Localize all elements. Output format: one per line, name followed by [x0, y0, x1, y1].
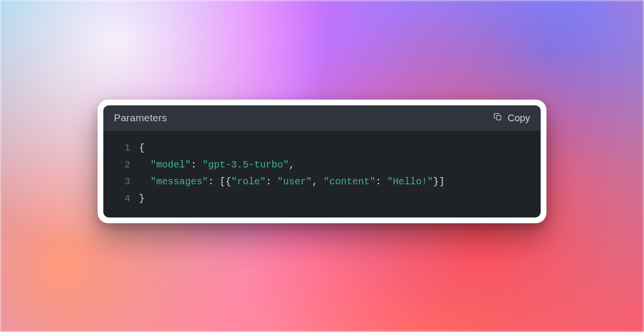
code-token: "Hello!"	[387, 176, 433, 187]
code-token: ,	[289, 159, 295, 170]
panel-header: Parameters Copy	[103, 105, 541, 131]
copy-button[interactable]: Copy	[493, 112, 530, 124]
line-number: 2	[114, 156, 130, 173]
code-line: 2 "model": "gpt-3.5-turbo",	[114, 156, 530, 173]
code-card: Parameters Copy 1{2 "model": "gpt-3.5-tu…	[98, 100, 546, 223]
code-token: [{	[220, 176, 231, 187]
code-token: }	[139, 193, 145, 204]
code-token	[139, 176, 150, 187]
line-number: 4	[114, 190, 130, 207]
code-line: 1{	[114, 140, 530, 156]
code-token: :	[191, 159, 202, 170]
panel-title: Parameters	[114, 112, 167, 124]
code-token: "role"	[231, 176, 266, 187]
code-panel: Parameters Copy 1{2 "model": "gpt-3.5-tu…	[103, 105, 541, 217]
code-token: "gpt-3.5-turbo"	[202, 159, 289, 170]
code-token: }]	[433, 176, 445, 187]
copy-button-label: Copy	[508, 113, 530, 124]
line-number: 3	[114, 173, 130, 190]
code-line: 4}	[114, 190, 530, 207]
code-token: "messages"	[150, 176, 208, 187]
code-token: ,	[312, 176, 323, 187]
code-token: "model"	[150, 159, 191, 170]
code-block[interactable]: 1{2 "model": "gpt-3.5-turbo",3 "messages…	[103, 131, 541, 217]
svg-rect-0	[496, 115, 501, 120]
code-token	[139, 159, 150, 170]
line-number: 1	[114, 140, 130, 156]
code-content: "messages": [{"role": "user", "content":…	[139, 173, 445, 190]
code-content: }	[139, 190, 145, 207]
code-token: :	[266, 176, 277, 187]
code-line: 3 "messages": [{"role": "user", "content…	[114, 173, 530, 190]
stage: Parameters Copy 1{2 "model": "gpt-3.5-tu…	[0, 0, 644, 332]
code-content: {	[139, 140, 145, 156]
code-token: {	[139, 142, 145, 153]
code-token: :	[375, 176, 387, 187]
copy-icon	[493, 112, 503, 124]
code-content: "model": "gpt-3.5-turbo",	[139, 156, 295, 173]
code-token: :	[208, 176, 220, 187]
code-token: "content"	[323, 176, 375, 187]
code-token: "user"	[277, 176, 312, 187]
